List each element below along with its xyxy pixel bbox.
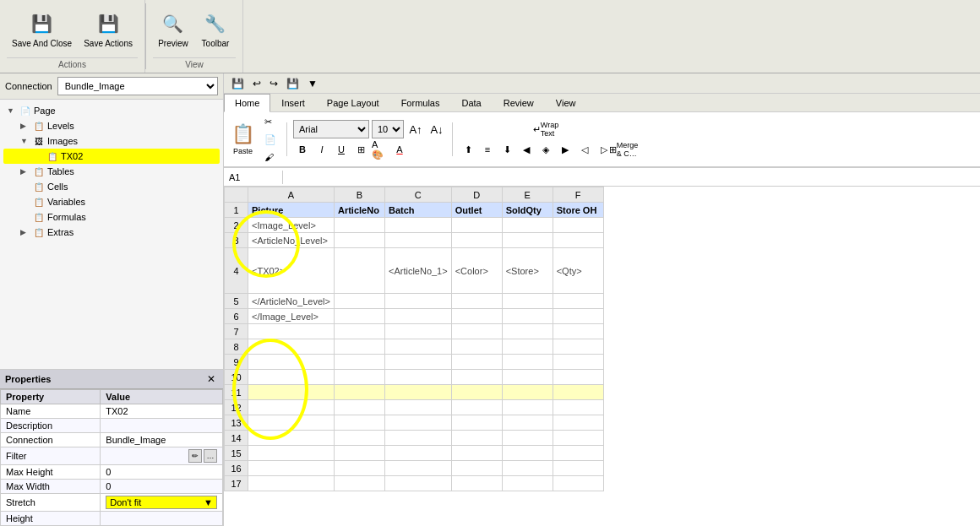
cell-e17[interactable] (502, 476, 553, 491)
cell-c1[interactable]: Batch (384, 203, 451, 218)
stretch-dropdown[interactable]: Don't fit ▼ (106, 496, 217, 509)
col-header-e[interactable]: E (502, 187, 553, 203)
formula-input[interactable] (283, 171, 980, 184)
cell-e4[interactable]: <Store> (502, 248, 553, 294)
cell-b12[interactable] (334, 400, 384, 415)
tree-item-images[interactable]: ▼ 🖼 Images (3, 133, 220, 149)
align-center-button[interactable]: ◈ (536, 140, 555, 159)
cell-c11[interactable] (384, 385, 451, 400)
cell-f4[interactable]: <Qty> (553, 248, 603, 294)
cell-b13[interactable] (334, 415, 384, 431)
tree-item-page[interactable]: ▼ 📄 Page (3, 103, 220, 118)
cell-d10[interactable] (451, 370, 502, 385)
cell-d9[interactable] (451, 355, 502, 370)
tree-item-formulas[interactable]: 📋 Formulas (3, 209, 220, 225)
cell-a2[interactable]: <Image_Level> (248, 218, 335, 233)
cell-c2[interactable] (384, 218, 451, 233)
tab-review[interactable]: Review (493, 94, 545, 111)
cut-button[interactable]: ✂ (260, 114, 280, 130)
cell-e1[interactable]: SoldQty (502, 203, 553, 218)
cell-b8[interactable] (334, 339, 384, 355)
cell-b7[interactable] (334, 324, 384, 339)
filter-more-button[interactable]: … (204, 449, 217, 463)
cell-f14[interactable] (553, 431, 603, 446)
cell-e9[interactable] (502, 355, 553, 370)
qa-save2-btn[interactable]: 💾 (284, 77, 302, 90)
tree-item-extras[interactable]: ▶ 📋 Extras (3, 225, 220, 240)
cell-f16[interactable] (553, 461, 603, 476)
cell-d2[interactable] (451, 218, 502, 233)
cell-c6[interactable] (384, 309, 451, 324)
tab-insert[interactable]: Insert (270, 94, 316, 111)
tab-view[interactable]: View (545, 94, 587, 111)
cell-a11[interactable] (248, 385, 335, 400)
cell-a13[interactable] (248, 415, 335, 431)
cell-d6[interactable] (451, 309, 502, 324)
cell-a14[interactable] (248, 431, 335, 446)
cell-b10[interactable] (334, 370, 384, 385)
cell-e6[interactable] (502, 309, 553, 324)
cell-d16[interactable] (451, 461, 502, 476)
cell-f12[interactable] (553, 400, 603, 415)
grow-font-button[interactable]: A↑ (406, 120, 425, 138)
cell-a12[interactable] (248, 400, 335, 415)
align-right-button[interactable]: ▶ (556, 140, 574, 159)
cell-a16[interactable] (248, 461, 335, 476)
cell-b1[interactable]: ArticleNo (334, 203, 384, 218)
cell-e11[interactable] (502, 385, 553, 400)
underline-button[interactable]: U (332, 140, 351, 159)
cell-b4[interactable] (334, 248, 384, 294)
cell-d5[interactable] (451, 294, 502, 309)
cell-e8[interactable] (502, 339, 553, 355)
cell-e15[interactable] (502, 446, 553, 461)
cell-e10[interactable] (502, 370, 553, 385)
font-size-select[interactable]: 10 (372, 120, 404, 138)
cell-a15[interactable] (248, 446, 335, 461)
cell-c3[interactable] (384, 233, 451, 248)
prop-name-value[interactable]: TX02 (101, 404, 223, 419)
cell-f3[interactable] (553, 233, 603, 248)
cell-e2[interactable] (502, 218, 553, 233)
cell-f5[interactable] (553, 294, 603, 309)
cell-d13[interactable] (451, 415, 502, 431)
tab-formulas[interactable]: Formulas (390, 94, 451, 111)
cell-b16[interactable] (334, 461, 384, 476)
fill-color-button[interactable]: A🎨 (371, 140, 389, 159)
cell-f7[interactable] (553, 324, 603, 339)
cell-e12[interactable] (502, 400, 553, 415)
qa-save-btn[interactable]: 💾 (229, 77, 247, 90)
border-button[interactable]: ⊞ (351, 140, 370, 159)
copy-button[interactable]: 📄 (260, 132, 280, 148)
align-bottom-button[interactable]: ⬇ (498, 140, 516, 159)
tree-item-levels[interactable]: ▶ 📋 Levels (3, 118, 220, 133)
cell-e3[interactable] (502, 233, 553, 248)
cell-c5[interactable] (384, 294, 451, 309)
tree-item-variables[interactable]: 📋 Variables (3, 194, 220, 209)
cell-c10[interactable] (384, 370, 451, 385)
cell-a6[interactable]: </Image_Level> (248, 309, 335, 324)
align-middle-button[interactable]: ≡ (478, 140, 497, 159)
cell-f2[interactable] (553, 218, 603, 233)
indent-dec-button[interactable]: ◁ (575, 140, 594, 159)
prop-maxwidth-value[interactable]: 0 (101, 480, 223, 494)
tree-item-cells[interactable]: 📋 Cells (3, 179, 220, 194)
cell-b15[interactable] (334, 446, 384, 461)
preview-button[interactable]: 🔍 Preview (153, 7, 193, 52)
save-actions-button[interactable]: 💾 Save Actions (79, 7, 138, 52)
paste-button[interactable]: 📋 Paste (227, 119, 259, 160)
cell-c7[interactable] (384, 324, 451, 339)
cell-b17[interactable] (334, 476, 384, 491)
cell-c12[interactable] (384, 400, 451, 415)
cell-b6[interactable] (334, 309, 384, 324)
cell-c4[interactable]: <ArticleNo_1> (384, 248, 451, 294)
tab-page-layout[interactable]: Page Layout (316, 94, 390, 111)
qa-more-btn[interactable]: ▼ (305, 77, 320, 90)
cell-a9[interactable] (248, 355, 335, 370)
cell-a8[interactable] (248, 339, 335, 355)
toolbar-button[interactable]: 🔧 Toolbar (195, 7, 236, 52)
col-header-a[interactable]: A (248, 187, 335, 203)
col-header-d[interactable]: D (451, 187, 502, 203)
cell-c13[interactable] (384, 415, 451, 431)
format-painter-button[interactable]: 🖌 (260, 149, 280, 165)
cell-a7[interactable] (248, 324, 335, 339)
